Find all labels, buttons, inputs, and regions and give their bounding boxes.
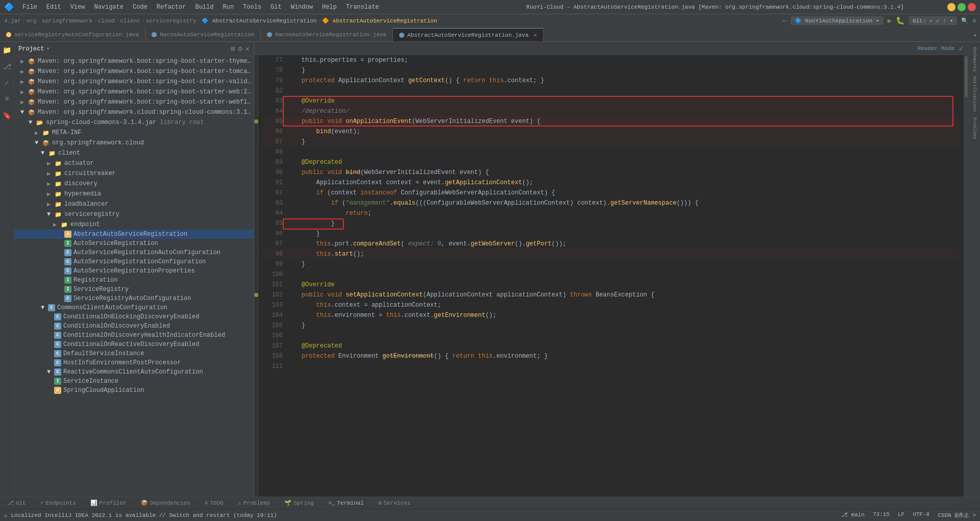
breadcrumb-class2[interactable]: 🔶 AbstractAutoServiceRegistration (322, 17, 437, 24)
tree-serviceregistry[interactable]: ▼ 📁 serviceregistry (14, 209, 254, 219)
menu-window[interactable]: Window (287, 3, 317, 12)
tree-registration[interactable]: I Registration (14, 276, 254, 285)
scrollbar-thumb[interactable] (965, 56, 968, 97)
collapse-all-icon[interactable]: ⊞ (231, 44, 235, 53)
more-tabs-button[interactable]: ▾ (970, 30, 980, 41)
status-extra[interactable]: CSDN @赤止 > (938, 511, 976, 519)
tree-org-springframework-cloud[interactable]: ▼ 📦 org.springframework.cloud (14, 138, 254, 148)
reader-mode-check[interactable]: ✓ (959, 43, 964, 54)
tree-autoservice-registration[interactable]: I AutoServiceRegistration (14, 239, 254, 248)
code-view[interactable]: 77 this.properties = properties; 78 } 79… (254, 55, 968, 497)
menu-help[interactable]: Help (318, 3, 341, 12)
menu-file[interactable]: File (18, 3, 41, 12)
tree-maven-thymeleaf[interactable]: ▶ 📦 Maven: org.springframework.boot:spri… (14, 56, 254, 66)
commit-tool-button[interactable]: ✓ (1, 77, 13, 89)
menu-view[interactable]: View (66, 3, 89, 12)
tree-conditional-reactive[interactable]: C ConditionalOnReactiveDiscoveryEnabled (14, 340, 254, 349)
tab-nacos1[interactable]: NacosAutoServiceRegistration (145, 28, 261, 41)
tree-maven-cloud[interactable]: ▼ 📦 Maven: org.springframework.cloud:spr… (14, 107, 254, 117)
tree-conditional-blocking[interactable]: C ConditionalOnBlockingDiscoveryEnabled (14, 312, 254, 321)
breadcrumb-client[interactable]: client (120, 18, 140, 24)
tree-service-instance[interactable]: I ServiceInstance (14, 377, 254, 386)
breadcrumb-springframework[interactable]: springframework (42, 18, 92, 24)
bottom-tab-dependencies[interactable]: 📦 Dependencies (138, 500, 193, 506)
tree-endpoint[interactable]: ▶ 📁 endpoint (14, 219, 254, 230)
code-text[interactable]: 77 this.properties = properties; 78 } 79… (258, 55, 964, 497)
menu-git[interactable]: Git (266, 3, 286, 12)
project-tool-button[interactable]: 📁 (1, 44, 13, 56)
nav-button[interactable]: ⟵ (783, 17, 787, 24)
bottom-tab-spring[interactable]: 🌱 Spring (281, 500, 317, 506)
status-lf[interactable]: LF (898, 511, 904, 519)
tab-close-abstract[interactable]: ✕ (534, 32, 537, 38)
tree-hostinfo[interactable]: C HostInfoEnvironmentPostProcessor (14, 358, 254, 367)
tree-hypermedia[interactable]: ▶ 📁 hypermedia (14, 189, 254, 199)
maximize-button[interactable] (958, 3, 966, 11)
menu-tools[interactable]: Tools (239, 3, 265, 12)
tree-maven-web[interactable]: ▶ 📦 Maven: org.springframework.boot:spri… (14, 87, 254, 97)
bottom-tab-services[interactable]: ⚙ Services (375, 500, 413, 506)
menu-translate[interactable]: Translate (342, 3, 383, 12)
breadcrumb-jar[interactable]: 4.jar (4, 18, 21, 24)
menu-edit[interactable]: Edit (42, 3, 65, 12)
bottom-tab-todo[interactable]: ≡ TODO (202, 500, 227, 506)
status-git[interactable]: ⎇ main (841, 511, 865, 519)
tree-actuator[interactable]: ▶ 📁 actuator (14, 158, 254, 168)
tab-serviceregistry[interactable]: serviceRegistryAutoConfiguration.java (0, 28, 145, 41)
tree-jar-root[interactable]: ▼ 📂 spring-cloud-commons-3.1.4.jar libra… (14, 117, 254, 128)
bottom-tab-terminal[interactable]: >_ Terminal (325, 500, 367, 506)
menu-build[interactable]: Build (191, 3, 217, 12)
tree-maven-tomcat[interactable]: ▶ 📦 Maven: org.springframework.boot:spri… (14, 66, 254, 77)
status-message-text[interactable]: Localized IntelliJ IDEA 2022.1 is availa… (11, 512, 277, 518)
search-button[interactable]: 🔍 (961, 17, 968, 24)
status-encoding[interactable]: UTF-8 (913, 511, 929, 519)
tree-reactive-commons[interactable]: ▼ C ReactiveCommonsClientAutoConfigurati… (14, 367, 254, 377)
menu-navigate[interactable]: Navigate (90, 3, 128, 12)
tree-serviceregistry-autocfg[interactable]: C ServiceRegistryAutoConfiguration (14, 294, 254, 303)
bottom-tab-problems[interactable]: ⚠ Problems (235, 500, 273, 506)
breadcrumb-class1[interactable]: 🔷 AbstractAutoServiceRegistration (202, 17, 316, 24)
tree-loadbalancer[interactable]: ▶ 📁 loadbalancer (14, 199, 254, 209)
close-button[interactable] (968, 3, 976, 11)
tree-abstract-autoservice[interactable]: A AbstractAutoServiceRegistration (14, 230, 254, 239)
bookmarks-tool-button[interactable]: 🔖 (1, 109, 13, 121)
tree-maven-webflux[interactable]: ▶ 📦 Maven: org.springframework.boot:spri… (14, 97, 254, 107)
project-dropdown[interactable]: ▾ (46, 45, 50, 53)
tree-conditional-health[interactable]: C ConditionalOnDiscoveryHealthIndicatorE… (14, 331, 254, 340)
bottom-tab-git[interactable]: ⎇ Git (4, 500, 29, 506)
tree-client[interactable]: ▼ 📁 client (14, 148, 254, 158)
git-dropdown[interactable]: Git: ✓ ✓ ↑ ▾ (909, 16, 957, 25)
tab-nacos2[interactable]: NacosAutoServiceRegistration.java (261, 28, 393, 41)
run-config-dropdown[interactable]: 🔷 RuoYiAuthApplication ▾ (791, 16, 884, 25)
vcs-tool-button[interactable]: ⎇ (1, 60, 13, 72)
settings-button[interactable]: ⚙ (972, 17, 976, 24)
bottom-tab-endpoints[interactable]: ⚡ Endpoints (37, 500, 79, 506)
tree-conditional-discovery[interactable]: C ConditionalOnDiscoveryEnabled (14, 321, 254, 331)
tree-autoservice-autocfg[interactable]: C AutoServiceRegistrationAutoConfigurati… (14, 248, 254, 257)
debug-button[interactable]: 🐛 (896, 16, 904, 25)
problems-panel-button[interactable]: Problems (969, 113, 979, 144)
tree-meta-inf[interactable]: ▶ 📁 META-INF (14, 128, 254, 138)
tree-circuitbreaker[interactable]: ▶ 📁 circuitbreaker (14, 168, 254, 179)
minimize-button[interactable] (947, 3, 955, 11)
tree-autoservice-cfg[interactable]: C AutoServiceRegistrationConfiguration (14, 257, 254, 266)
tree-serviceregistry-iface[interactable]: I ServiceRegistry (14, 285, 254, 294)
structure-tool-button[interactable]: ≡ (1, 93, 13, 105)
breadcrumb-org[interactable]: org (27, 18, 37, 24)
bottom-tab-profiler[interactable]: 📊 Profiler (87, 500, 130, 506)
tree-springcloud-app[interactable]: A SpringCloudApplication (14, 386, 254, 395)
tree-discovery[interactable]: ▶ 📁 discovery (14, 179, 254, 189)
tree-commons-client[interactable]: ▼ C CommonsClientAutoConfiguration (14, 303, 254, 312)
tree-maven-validation[interactable]: ▶ 📦 Maven: org.springframework.boot:spri… (14, 77, 254, 87)
menu-run[interactable]: Run (218, 3, 238, 12)
run-button[interactable]: ▶ (888, 16, 892, 25)
reader-mode-button[interactable]: Reader Mode (918, 45, 955, 52)
settings-icon[interactable]: ⚙ (238, 44, 242, 53)
breadcrumb-cloud[interactable]: cloud (98, 18, 115, 24)
notifications-panel-button[interactable]: Notifications (969, 79, 979, 109)
bookmarks-panel-button[interactable]: Bookmarks (969, 44, 979, 75)
menu-refactor[interactable]: Refactor (153, 3, 190, 12)
tree-autoservice-props[interactable]: C AutoServiceRegistrationProperties (14, 266, 254, 276)
tree-default-service[interactable]: C DefaultServiceInstance (14, 349, 254, 358)
vertical-scrollbar[interactable] (964, 55, 968, 497)
